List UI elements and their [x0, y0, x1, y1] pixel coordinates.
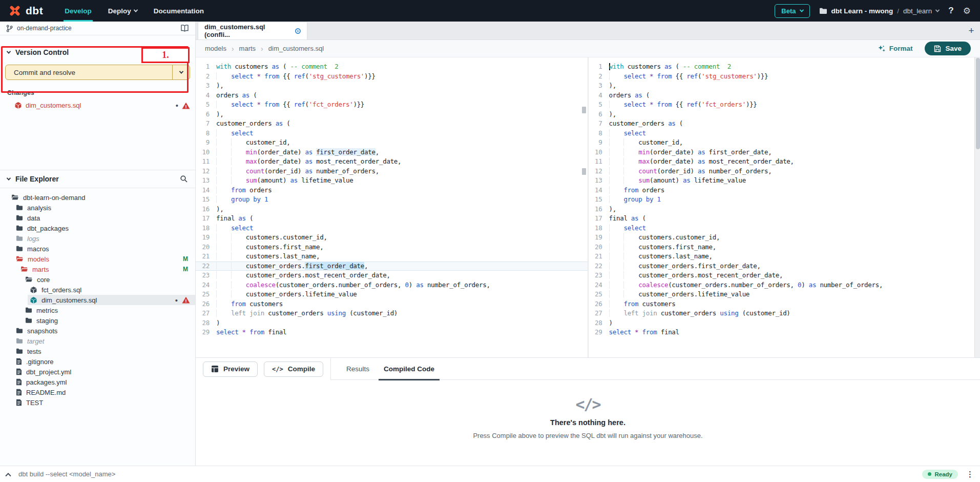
editor-scrollbar[interactable]	[974, 57, 980, 357]
code-line[interactable]: 3),	[589, 81, 980, 91]
code-line[interactable]: 21 customers.last_name,	[589, 252, 980, 262]
code-line[interactable]: 2 select * from {{ ref('stg_customers')}…	[589, 72, 980, 82]
tree-item-tests[interactable]: tests	[14, 346, 195, 356]
version-control-header[interactable]: Version Control	[0, 44, 195, 61]
code-line[interactable]: 24 coalesce(customer_orders.number_of_or…	[589, 280, 980, 290]
tree-item-dbt-packages[interactable]: dbt_packages	[14, 223, 195, 233]
tree-item-snapshots[interactable]: snapshots	[14, 326, 195, 336]
code-line[interactable]: 7customer_orders as (	[196, 119, 588, 129]
code-line[interactable]: 2 select * from {{ ref('stg_customers')}…	[196, 72, 588, 82]
tree-item-fct-orders-sql[interactable]: fct_orders.sql	[28, 285, 195, 295]
new-tab-button[interactable]: +	[963, 22, 980, 39]
chevron-up-icon[interactable]	[5, 473, 11, 478]
code-line[interactable]: 3),	[196, 81, 588, 91]
code-line[interactable]: 27 left join customer_orders using (cust…	[196, 309, 588, 318]
editor-pane-left[interactable]: 1with customers as ( -- comment 22 selec…	[196, 57, 589, 357]
preview-button[interactable]: Preview	[203, 362, 258, 377]
docs-book-icon[interactable]	[180, 25, 189, 32]
code-line[interactable]: 13 sum(amount) as lifetime_value	[196, 176, 588, 186]
code-line[interactable]: 28)	[589, 318, 980, 328]
save-button[interactable]: Save	[925, 42, 971, 55]
tree-item-logs[interactable]: logs	[14, 233, 195, 244]
tree-item-analysis[interactable]: analysis	[14, 203, 195, 213]
code-line[interactable]: 20 customers.first_name,	[589, 243, 980, 252]
code-line[interactable]: 13 sum(amount) as lifetime_value	[589, 176, 980, 186]
tree-item-staging[interactable]: staging	[23, 315, 195, 326]
code-line[interactable]: 21 customers.last_name,	[196, 252, 588, 262]
code-line[interactable]: 22 customer_orders.first_order_date,	[196, 262, 588, 271]
code-line[interactable]: 16),	[196, 205, 588, 214]
tree-item-marts[interactable]: martsM	[18, 264, 195, 274]
code-line[interactable]: 17final as (	[589, 214, 980, 224]
code-line[interactable]: 19 customers.customer_id,	[196, 233, 588, 243]
code-line[interactable]: 1with customers as ( -- comment 2	[589, 62, 980, 72]
code-line[interactable]: 1with customers as ( -- comment 2	[196, 62, 588, 72]
gear-icon[interactable]: ⚙	[963, 6, 971, 16]
tree-item-dim-customers-sql[interactable]: dim_customers.sql•!	[28, 295, 195, 305]
tree-item-core[interactable]: core	[23, 274, 195, 285]
code-line[interactable]: 6),	[196, 110, 588, 119]
code-line[interactable]: 10 min(order_date) as first_order_date,	[196, 148, 588, 157]
search-icon[interactable]	[180, 175, 188, 183]
code-line[interactable]: 27 left join customer_orders using (cust…	[589, 309, 980, 318]
code-line[interactable]: 11 max(order_date) as most_recent_order_…	[196, 157, 588, 167]
code-line[interactable]: 22 customer_orders.first_order_date,	[589, 262, 980, 271]
code-line[interactable]: 23 customer_orders.most_recent_order_dat…	[196, 271, 588, 280]
code-line[interactable]: 14 from orders	[196, 186, 588, 195]
commit-and-resolve-button[interactable]: Commit and resolve	[5, 65, 190, 80]
nav-documentation[interactable]: Documentation	[145, 0, 212, 22]
code-line[interactable]: 25 customer_orders.lifetime_value	[589, 290, 980, 299]
code-line[interactable]: 12 count(order_id) as number_of_orders,	[589, 167, 980, 176]
tree-item-metrics[interactable]: metrics	[23, 305, 195, 315]
code-line[interactable]: 26 from customers	[196, 299, 588, 309]
nav-develop[interactable]: Develop	[56, 0, 100, 22]
tab-results[interactable]: Results	[339, 358, 377, 379]
code-line[interactable]: 20 customers.first_name,	[196, 243, 588, 252]
tab-compiled-code[interactable]: Compiled Code	[377, 358, 442, 379]
tree-item-readme-md[interactable]: README.md	[14, 387, 195, 397]
command-input[interactable]: dbt build --select <model_name>	[18, 470, 115, 478]
nav-deploy[interactable]: Deploy	[100, 0, 145, 22]
tree-item-dbt-project-yml[interactable]: dbt_project.yml	[14, 367, 195, 377]
tree-item-target[interactable]: target	[14, 336, 195, 346]
code-line[interactable]: 7customer_orders as (	[589, 119, 980, 129]
code-line[interactable]: 18 select	[589, 224, 980, 233]
format-button[interactable]: Format	[878, 45, 913, 53]
editor-tab[interactable]: dim_customers.sql (confli...	[198, 22, 307, 39]
code-line[interactable]: 9 customer_id,	[589, 138, 980, 148]
file-explorer-header[interactable]: File Explorer	[0, 170, 195, 188]
code-line[interactable]: 19 customers.customer_id,	[589, 233, 980, 243]
beta-dropdown[interactable]: Beta	[775, 4, 809, 18]
code-line[interactable]: 29select * from final	[196, 328, 588, 337]
branch-selector[interactable]: on-demand-practice	[0, 22, 195, 35]
editor-pane-right[interactable]: 1with customers as ( -- comment 22 selec…	[589, 57, 980, 357]
code-line[interactable]: 28)	[196, 318, 588, 328]
code-line[interactable]: 29select * from final	[589, 328, 980, 337]
account-switcher[interactable]: dbt Learn - mwong / dbt_learn	[819, 7, 940, 15]
code-line[interactable]: 4orders as (	[589, 91, 980, 101]
code-line[interactable]: 4orders as (	[196, 91, 588, 101]
help-icon[interactable]: ?	[948, 6, 953, 16]
code-line[interactable]: 8 select	[196, 129, 588, 138]
code-line[interactable]: 17final as (	[196, 214, 588, 224]
tree-item-data[interactable]: data	[14, 213, 195, 223]
tree-item-macros[interactable]: macros	[14, 244, 195, 254]
dbt-logo[interactable]: dbt	[0, 0, 56, 22]
code-line[interactable]: 5 select * from {{ ref('fct_orders')}}	[196, 100, 588, 110]
code-line[interactable]: 9 customer_id,	[196, 138, 588, 148]
code-line[interactable]: 5 select * from {{ ref('fct_orders')}}	[589, 100, 980, 110]
code-line[interactable]: 15 group by 1	[589, 195, 980, 205]
compile-button[interactable]: </> Compile	[264, 362, 323, 377]
code-line[interactable]: 6),	[589, 110, 980, 119]
code-line[interactable]: 10 min(order_date) as first_order_date,	[589, 148, 980, 157]
tree-item-dbt-learn-on-demand[interactable]: dbt-learn-on-demand	[9, 192, 195, 203]
tree-item-models[interactable]: modelsM	[14, 254, 195, 264]
code-line[interactable]: 26 from customers	[589, 299, 980, 309]
code-line[interactable]: 25 customer_orders.lifetime_value	[196, 290, 588, 299]
tree-item-test[interactable]: TEST	[14, 397, 195, 408]
code-line[interactable]: 16),	[589, 205, 980, 214]
code-line[interactable]: 8 select	[589, 129, 980, 138]
code-line[interactable]: 12 count(order_id) as number_of_orders,	[196, 167, 588, 176]
commit-dropdown-toggle[interactable]	[172, 65, 190, 79]
code-line[interactable]: 11 max(order_date) as most_recent_order_…	[589, 157, 980, 167]
